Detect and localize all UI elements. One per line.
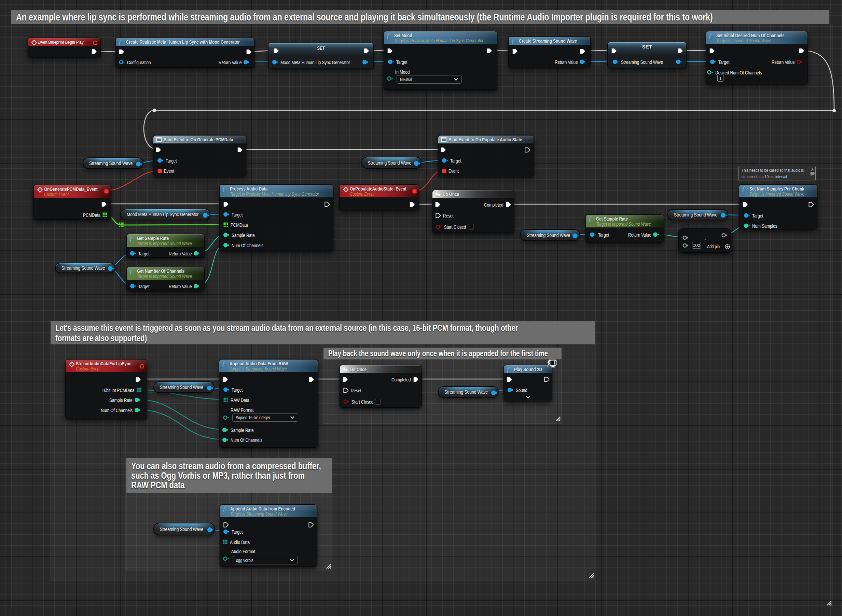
svg-text:1: 1 (343, 366, 345, 370)
svg-text:1: 1 (436, 191, 438, 194)
